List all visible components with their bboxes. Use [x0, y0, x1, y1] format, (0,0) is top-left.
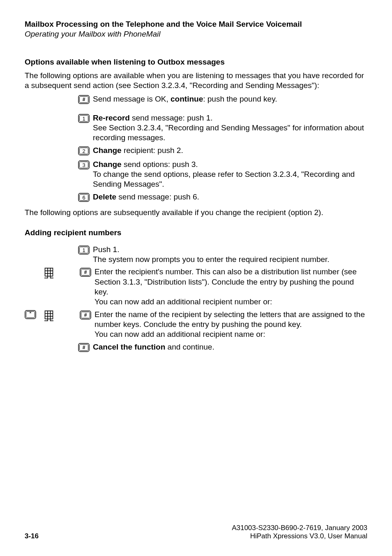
one-key-icon: 1: [78, 246, 90, 256]
list-item: * # Enter the name of the recipient by s…: [25, 310, 367, 340]
page-number: 3-16: [25, 532, 39, 540]
item-text2: You can now add an additional recipient …: [95, 330, 265, 338]
item-bold: Delete: [93, 192, 116, 201]
svg-text:*: *: [29, 310, 32, 317]
list-item: 6 Delete send message: push 6.: [78, 192, 367, 204]
pound-key-icon: #: [80, 268, 91, 278]
three-key-icon: 3: [78, 160, 90, 171]
svg-text:1: 1: [82, 116, 85, 122]
item-bold: Cancel the function: [93, 343, 165, 351]
section1-intro: The following options are available when…: [25, 71, 367, 91]
page-footer: 3-16 A31003-S2330-B690-2-7619, January 2…: [25, 524, 367, 540]
item-pre: Send message is OK,: [93, 95, 171, 103]
item-bold: Change: [93, 160, 122, 169]
item-post: and continue.: [165, 343, 214, 351]
item-post: send message: push 1.: [130, 114, 213, 122]
list-item: 3 Change send options: push 3. To change…: [78, 160, 367, 190]
item-text: Enter the recipient's number. This can a…: [95, 267, 357, 296]
item-post: send options: push 3.: [122, 160, 198, 169]
running-subtitle: Operating your Mailbox with PhoneMail: [25, 30, 367, 39]
one-key-icon: 1: [78, 114, 90, 125]
list-item: # Send message is OK, continue: push the…: [78, 94, 367, 106]
svg-text:2: 2: [82, 148, 85, 154]
product-name: HiPath Xpressions V3.0, User Manual: [232, 532, 367, 540]
svg-text:#: #: [83, 97, 85, 102]
star-key-icon: *: [25, 310, 36, 321]
item-post: send message: push 6.: [116, 192, 199, 201]
running-title: Mailbox Processing on the Telephone and …: [25, 20, 367, 29]
svg-text:#: #: [83, 345, 85, 350]
item-extra: To change the send options, please refer…: [93, 170, 355, 188]
svg-text:6: 6: [82, 195, 85, 201]
item-text: Enter the name of the recipient by selec…: [95, 310, 365, 329]
six-key-icon: 6: [78, 193, 90, 204]
item-line2: The system now prompts you to enter the …: [93, 255, 330, 264]
item-line1: Push 1.: [93, 245, 119, 254]
item-post: recipient: push 2.: [122, 146, 183, 155]
svg-text:3: 3: [82, 162, 85, 168]
item-text2: You can now add an additional recipient …: [95, 297, 272, 306]
svg-text:1: 1: [82, 247, 85, 253]
item-bold: continue: [171, 95, 203, 103]
pound-key-icon: #: [80, 310, 91, 321]
list-item: 1 Push 1. The system now prompts you to …: [78, 245, 367, 265]
item-bold: Re-record: [93, 114, 130, 122]
doc-id: A31003-S2330-B690-2-7619, January 2003: [232, 524, 367, 532]
list-item: # Enter the recipient's number. This can…: [44, 267, 367, 307]
list-item: 2 Change recipient: push 2.: [78, 146, 367, 157]
item-bold: Change: [93, 146, 122, 155]
item-extra: See Section 3.2.3.4, "Recording and Send…: [93, 123, 364, 142]
list-item: # Cancel the function and continue.: [78, 342, 367, 354]
section1-followup: The following options are subsequently a…: [25, 208, 367, 218]
section1-heading: Options available when listening to Outb…: [25, 58, 367, 67]
two-key-icon: 2: [78, 146, 90, 157]
svg-text:#: #: [84, 312, 87, 318]
list-item: 1 Re-record send message: push 1. See Se…: [78, 113, 367, 143]
pound-key-icon: #: [78, 343, 90, 354]
svg-text:#: #: [84, 269, 87, 275]
keypad-icon: [44, 310, 53, 323]
section2-heading: Adding recipient numbers: [25, 228, 367, 237]
item-post: : push the pound key.: [203, 95, 277, 103]
keypad-icon: [44, 267, 53, 280]
pound-key-icon: #: [78, 95, 90, 106]
